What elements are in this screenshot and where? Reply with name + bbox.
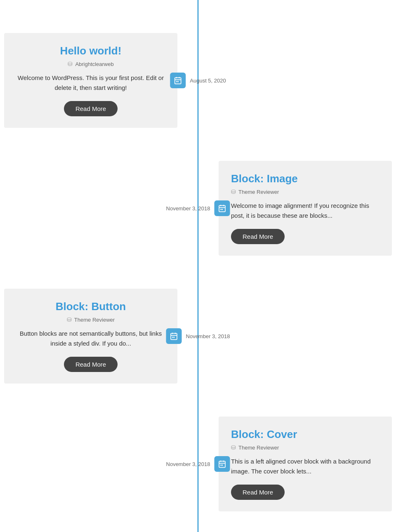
post-date-3: November 3, 2018 [186,333,230,339]
svg-rect-6 [219,205,225,212]
timeline-row-3: Block: Button ⛁ Theme Reviewer Button bl… [0,272,396,400]
svg-rect-23 [222,465,223,466]
svg-rect-11 [222,209,223,210]
post-title-4: Block: Cover [231,428,380,441]
btn-wrapper-3: Read More [16,357,165,372]
timeline-container: Hello world! ⛁ Abrightclearweb Welcome t… [0,0,396,532]
post-excerpt-1: Welcome to WordPress. This is your first… [16,73,165,93]
post-author-2: ⛁ Theme Reviewer [231,188,380,195]
post-date-2: November 3, 2018 [166,205,210,212]
post-title-3: Block: Button [16,300,165,313]
svg-rect-5 [177,81,179,82]
calendar-icon-3 [166,328,182,344]
svg-rect-0 [175,78,181,84]
svg-rect-4 [176,81,177,82]
post-card-3: Block: Button ⛁ Theme Reviewer Button bl… [4,289,177,384]
svg-rect-18 [219,461,225,467]
svg-rect-17 [174,337,175,338]
svg-rect-12 [171,333,177,339]
read-more-button-3[interactable]: Read More [64,357,118,372]
post-author-4: ⛁ Theme Reviewer [231,444,380,451]
post-title-1: Hello world! [16,45,165,57]
timeline-row-2: November 3, 2018 Block: Image ⛁ [0,144,396,272]
read-more-button-2[interactable]: Read More [231,229,285,244]
post-excerpt-3: Button blocks are not semantically butto… [16,329,165,348]
post-title-2: Block: Image [231,172,380,185]
left-area-1: Hello world! ⛁ Abrightclearweb Welcome t… [0,33,198,128]
read-more-button-4[interactable]: Read More [231,485,285,500]
btn-wrapper-4: Read More [231,485,380,500]
read-more-button-1[interactable]: Read More [64,101,118,116]
node-date-right-1: August 5, 2020 [170,73,226,88]
calendar-icon-1 [170,73,186,88]
node-date-right-3: November 3, 2018 [166,328,230,344]
author-icon-3: ⛁ [67,316,72,323]
center-node-4: November 3, 2018 [166,456,230,472]
node-date-left-4: November 3, 2018 [166,456,230,472]
btn-wrapper-2: Read More [231,229,380,244]
author-icon-2: ⛁ [231,188,236,195]
author-name-3: Theme Reviewer [74,317,115,323]
center-node-3: November 3, 2018 [166,328,230,344]
post-date-1: August 5, 2020 [190,78,226,84]
post-card-2: Block: Image ⛁ Theme Reviewer Welcome to… [219,161,392,256]
author-icon-1: ⛁ [68,61,73,67]
post-author-1: ⛁ Abrightclearweb [16,61,165,67]
author-name-4: Theme Reviewer [238,445,279,451]
post-card-1: Hello world! ⛁ Abrightclearweb Welcome t… [4,33,177,128]
center-node-1: August 5, 2020 [170,73,226,88]
post-card-4: Block: Cover ⛁ Theme Reviewer This is a … [219,417,392,511]
post-excerpt-2: Welcome to image alignment! If you recog… [231,201,380,221]
svg-rect-16 [172,337,173,338]
calendar-icon-2 [214,200,230,216]
svg-rect-10 [220,209,222,210]
post-author-3: ⛁ Theme Reviewer [16,316,165,323]
author-name-1: Abrightclearweb [75,61,113,67]
post-excerpt-4: This is a left aligned cover block with … [231,457,380,476]
node-date-left-2: November 3, 2018 [166,200,230,216]
center-node-2: November 3, 2018 [166,200,230,216]
post-date-4: November 3, 2018 [166,461,210,467]
timeline-row-1: Hello world! ⛁ Abrightclearweb Welcome t… [0,16,396,144]
timeline-row-4: November 3, 2018 Block: Cover ⛁ [0,400,396,528]
calendar-icon-4 [214,456,230,472]
author-name-2: Theme Reviewer [238,189,279,195]
btn-wrapper-1: Read More [16,101,165,116]
svg-rect-22 [220,465,222,466]
author-icon-4: ⛁ [231,444,236,451]
